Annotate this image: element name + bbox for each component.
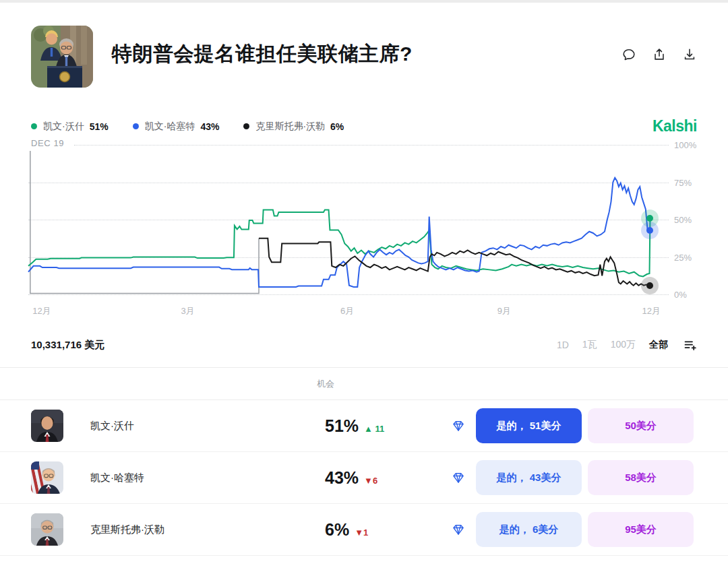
xtick: 12月 [32,305,51,317]
legend-item[interactable]: 凯文·沃什 51% [31,121,109,133]
table-row-hassett[interactable]: 凯文·哈塞特 43% ▼6 是的， 43美分 58美分 [0,452,728,504]
diamond-icon[interactable] [452,471,465,484]
buy-yes-button[interactable]: 是的， 51美分 [476,408,582,443]
ytick: 100% [674,140,696,150]
chance-change: ▼1 [355,527,368,538]
chance-column-header: 机会 [317,378,334,390]
avatar-hassett [31,461,63,494]
table-header: 机会 [0,368,728,400]
table-row-waller[interactable]: 克里斯托弗·沃勒 6% ▼1 是的， 6美分 95美分 [0,504,728,556]
table-row-warsh[interactable]: 凯文·沃什 51% ▲ 11 是的， 51美分 50美分 [0,400,728,452]
xtick: 3月 [181,305,194,317]
chance-value: 51% [325,416,359,436]
page-title: 特朗普会提名谁担任美联储主席? [112,42,413,66]
xtick: 6月 [340,305,354,317]
chart-plot-area[interactable] [28,145,669,294]
avatar-waller [31,513,63,546]
ytick: 50% [674,215,692,225]
volume-total: 10,331,716 美元 [31,339,104,352]
kalshi-logo: Kalshi [653,117,697,135]
range-1d[interactable]: 1D [557,340,569,350]
avatar-warsh [31,410,63,442]
chance-change: ▲ 11 [364,424,384,434]
event-thumbnail [31,26,93,88]
series-dot-black [243,123,249,129]
buy-yes-button[interactable]: 是的， 6美分 [476,512,582,547]
chance-cell: 6% ▼1 [325,520,368,540]
range-selector: 1D 1瓦 100万 全部 [557,338,697,352]
candidate-name: 凯文·哈塞特 [90,472,144,484]
candidate-name: 克里斯托弗·沃勒 [90,523,164,536]
legend-item[interactable]: 克里斯托弗·沃勒 6% [243,121,344,133]
series-dot-green [31,123,37,129]
ytick: 25% [674,252,692,262]
ytick: 75% [674,177,692,187]
event-header: 特朗普会提名谁担任美联储主席? [31,26,697,88]
top-window-edge [0,0,728,3]
chance-value: 6% [325,520,349,540]
buy-yes-button[interactable]: 是的， 43美分 [476,460,582,495]
series-end-dots [28,145,669,294]
series-dot-blue [133,123,139,129]
diamond-icon[interactable] [452,523,465,536]
candidate-name: 凯文·沃什 [90,420,134,432]
event-date-marker: DEC 19 [31,138,64,148]
ytick: 0% [674,290,687,300]
buy-no-button[interactable]: 95美分 [588,512,694,547]
y-axis-labels: 100% 75% 50% 25% 0% [669,145,700,294]
share-icon[interactable] [652,47,667,62]
xtick: 9月 [497,305,511,317]
buy-no-button[interactable]: 50美分 [588,408,694,443]
range-1m[interactable]: 100万 [611,339,636,351]
legend-item[interactable]: 凯文·哈塞特 43% [133,121,220,133]
diamond-icon[interactable] [452,419,465,432]
range-all[interactable]: 全部 [649,339,668,351]
buy-no-button[interactable]: 58美分 [588,460,694,495]
x-axis-labels: 12月 3月 6月 9月 12月 [28,305,669,319]
gridline-0 [28,294,669,295]
comment-icon[interactable] [621,47,636,62]
chance-cell: 51% ▲ 11 [325,416,384,436]
chart-legend: 凯文·沃什 51% 凯文·哈塞特 43% 克里斯托弗·沃勒 6% Kalshi [31,117,697,135]
download-icon[interactable] [682,47,697,62]
chance-value: 43% [325,468,359,488]
range-1w[interactable]: 1瓦 [582,339,597,351]
chance-change: ▼6 [364,476,377,486]
chance-cell: 43% ▼6 [325,468,377,488]
chart-settings-icon[interactable] [683,338,697,352]
xtick: 12月 [642,305,661,317]
price-chart[interactable]: DEC 19 100% 75% 50% 25% 0% 12月 3月 6月 9月 … [28,145,700,319]
